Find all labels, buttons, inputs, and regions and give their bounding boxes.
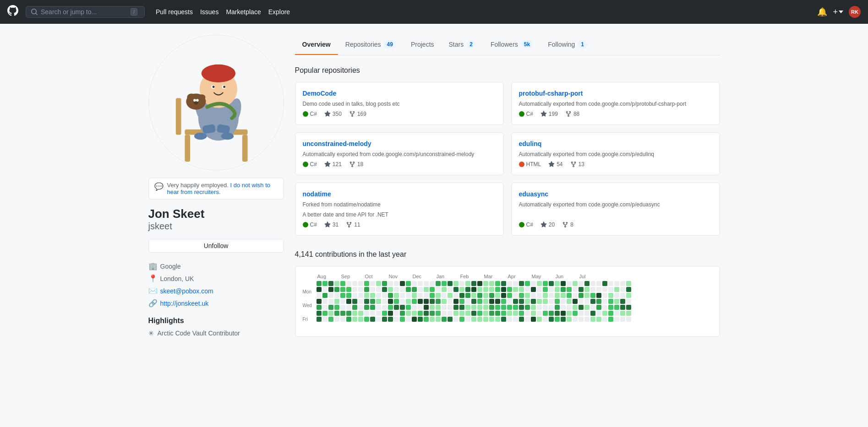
day-cell[interactable] (394, 305, 399, 310)
day-cell[interactable] (626, 305, 631, 310)
day-cell[interactable] (376, 293, 381, 298)
day-cell[interactable] (412, 293, 417, 298)
day-cell[interactable] (424, 287, 429, 292)
day-cell[interactable] (352, 281, 357, 286)
day-cell[interactable] (394, 299, 399, 304)
day-cell[interactable] (555, 293, 560, 298)
day-cell[interactable] (549, 281, 554, 286)
day-cell[interactable] (590, 305, 595, 310)
day-cell[interactable] (376, 311, 381, 316)
day-cell[interactable] (442, 305, 447, 310)
day-cell[interactable] (519, 281, 524, 286)
day-cell[interactable] (483, 281, 488, 286)
day-cell[interactable] (525, 311, 530, 316)
day-cell[interactable] (352, 287, 357, 292)
day-cell[interactable] (507, 317, 512, 322)
day-cell[interactable] (317, 317, 322, 322)
day-cell[interactable] (465, 317, 470, 322)
day-cell[interactable] (489, 293, 494, 298)
day-cell[interactable] (465, 281, 470, 286)
day-cell[interactable] (614, 287, 619, 292)
day-cell[interactable] (448, 287, 453, 292)
day-cell[interactable] (584, 299, 590, 304)
day-cell[interactable] (459, 317, 464, 322)
day-cell[interactable] (358, 305, 363, 310)
day-cell[interactable] (501, 281, 506, 286)
day-cell[interactable] (549, 317, 554, 322)
day-cell[interactable] (525, 299, 530, 304)
day-cell[interactable] (567, 305, 572, 310)
day-cell[interactable] (334, 287, 339, 292)
day-cell[interactable] (507, 305, 512, 310)
day-cell[interactable] (531, 305, 536, 310)
day-cell[interactable] (549, 287, 554, 292)
day-cell[interactable] (412, 305, 417, 310)
notification-icon[interactable]: 🔔 (817, 7, 827, 17)
day-cell[interactable] (322, 317, 328, 322)
day-cell[interactable] (626, 317, 631, 322)
day-cell[interactable] (495, 305, 500, 310)
day-cell[interactable] (406, 299, 411, 304)
day-cell[interactable] (579, 317, 584, 322)
day-cell[interactable] (436, 287, 441, 292)
day-cell[interactable] (471, 293, 476, 298)
day-cell[interactable] (334, 311, 339, 316)
day-cell[interactable] (376, 281, 381, 286)
repo-name[interactable]: unconstrained-melody (303, 140, 496, 147)
day-cell[interactable] (453, 317, 459, 322)
day-cell[interactable] (448, 281, 453, 286)
day-cell[interactable] (573, 299, 578, 304)
day-cell[interactable] (400, 287, 405, 292)
day-cell[interactable] (596, 317, 601, 322)
day-cell[interactable] (424, 299, 429, 304)
day-cell[interactable] (317, 311, 322, 316)
day-cell[interactable] (537, 317, 542, 322)
day-cell[interactable] (448, 299, 453, 304)
day-cell[interactable] (513, 281, 518, 286)
day-cell[interactable] (382, 317, 387, 322)
day-cell[interactable] (602, 287, 607, 292)
repo-name[interactable]: nodatime (303, 190, 496, 198)
day-cell[interactable] (424, 281, 429, 286)
day-cell[interactable] (448, 305, 453, 310)
day-cell[interactable] (465, 311, 470, 316)
day-cell[interactable] (620, 287, 625, 292)
day-cell[interactable] (626, 281, 631, 286)
day-cell[interactable] (376, 287, 381, 292)
day-cell[interactable] (436, 281, 441, 286)
day-cell[interactable] (442, 281, 447, 286)
day-cell[interactable] (477, 299, 482, 304)
day-cell[interactable] (418, 311, 423, 316)
day-cell[interactable] (358, 281, 363, 286)
tab-following[interactable]: Following 1 (540, 35, 595, 55)
day-cell[interactable] (459, 311, 464, 316)
day-cell[interactable] (489, 311, 494, 316)
day-cell[interactable] (471, 299, 476, 304)
day-cell[interactable] (531, 311, 536, 316)
day-cell[interactable] (596, 311, 601, 316)
day-cell[interactable] (382, 311, 387, 316)
day-cell[interactable] (501, 305, 506, 310)
day-cell[interactable] (370, 311, 375, 316)
day-cell[interactable] (519, 299, 524, 304)
tab-repositories[interactable]: Repositories 49 (338, 35, 404, 55)
day-cell[interactable] (531, 281, 536, 286)
day-cell[interactable] (465, 293, 470, 298)
day-cell[interactable] (340, 293, 345, 298)
day-cell[interactable] (424, 317, 429, 322)
day-cell[interactable] (495, 317, 500, 322)
day-cell[interactable] (412, 287, 417, 292)
day-cell[interactable] (322, 287, 328, 292)
day-cell[interactable] (584, 317, 590, 322)
day-cell[interactable] (513, 299, 518, 304)
day-cell[interactable] (459, 299, 464, 304)
day-cell[interactable] (614, 299, 619, 304)
day-cell[interactable] (376, 317, 381, 322)
day-cell[interactable] (579, 305, 584, 310)
nav-pull-requests[interactable]: Pull requests (156, 8, 193, 16)
day-cell[interactable] (567, 299, 572, 304)
day-cell[interactable] (471, 287, 476, 292)
day-cell[interactable] (495, 287, 500, 292)
day-cell[interactable] (382, 287, 387, 292)
unfollow-button[interactable]: Unfollow (148, 239, 284, 253)
